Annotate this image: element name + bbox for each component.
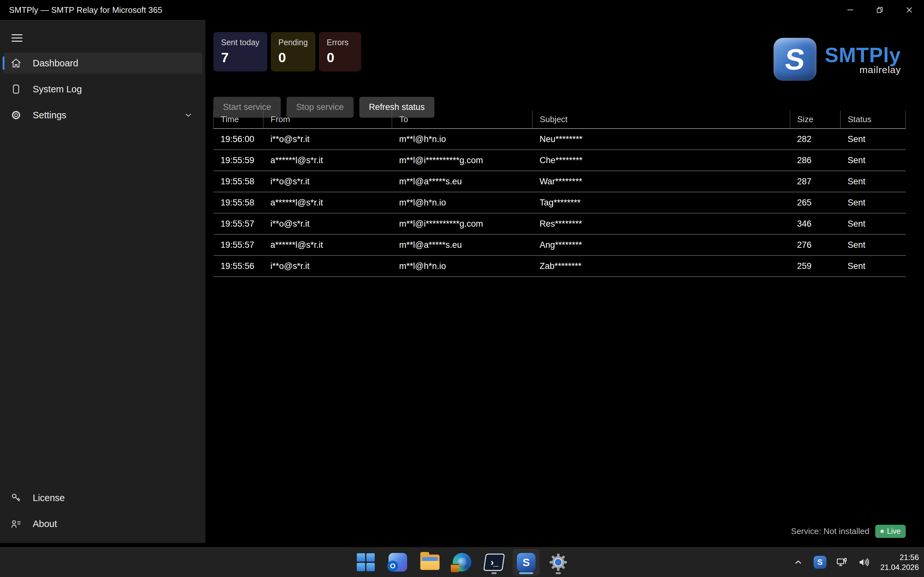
chevron-down-icon: [184, 110, 193, 120]
table-cell: 19:55:57: [214, 234, 263, 255]
sidebar-item-settings[interactable]: Settings: [3, 105, 202, 126]
table-row[interactable]: 19:55:58a******l@s*r.itm**l@h*n.ioTag***…: [214, 192, 906, 213]
start-button[interactable]: [352, 549, 379, 576]
brand-name: SMTPly: [825, 43, 901, 67]
table-row[interactable]: 19:55:58i**o@s*r.itm**l@a*****s.euWar***…: [214, 171, 906, 192]
table-row[interactable]: 19:55:57i**o@s*r.itm**l@i**********g.com…: [214, 213, 906, 234]
table-cell: a******l@s*r.it: [263, 234, 392, 255]
gear-icon: [10, 109, 22, 121]
running-indicator: [556, 572, 561, 574]
brand-text: SMTPly mailrelay: [825, 43, 901, 75]
table-cell: m**l@i**********g.com: [392, 213, 533, 234]
stat-card-errors: Errors 0: [319, 32, 361, 71]
taskbar: ›_ S: [0, 547, 924, 577]
sidebar-item-about[interactable]: About: [3, 513, 202, 534]
column-header[interactable]: To: [392, 111, 533, 129]
windows-settings-button[interactable]: [545, 549, 572, 576]
table-cell: Sent: [841, 192, 906, 213]
sidebar-item-label: Settings: [33, 110, 66, 121]
table-row[interactable]: 19:55:56i**o@s*r.itm**l@h*n.ioZab*******…: [214, 255, 906, 277]
stat-label: Errors: [326, 38, 354, 47]
close-icon: [905, 6, 913, 14]
table-cell: Tag********: [533, 192, 790, 213]
powershell-button[interactable]: ›_: [481, 549, 507, 576]
table-cell: 276: [790, 234, 840, 255]
hamburger-menu-button[interactable]: [8, 30, 26, 45]
sidebar-item-dashboard[interactable]: Dashboard: [3, 53, 202, 74]
stat-cards: Sent today 7 Pending 0 Errors 0: [213, 32, 361, 71]
table-cell: 19:55:58: [214, 171, 263, 192]
window-controls: [835, 0, 924, 20]
service-status-text: Service: Not installed: [791, 526, 869, 536]
table-cell: Sent: [841, 213, 906, 234]
file-explorer-icon: [420, 554, 439, 570]
table-cell: 19:55:59: [214, 150, 263, 171]
speaker-icon: [858, 556, 870, 568]
network-tray-button[interactable]: [835, 555, 849, 569]
stat-label: Sent today: [221, 38, 260, 47]
close-button[interactable]: [895, 0, 924, 20]
column-header[interactable]: Time: [214, 111, 263, 129]
stat-value: 0: [278, 50, 308, 65]
table-cell: m**l@h*n.io: [392, 129, 533, 150]
document-icon: [10, 83, 22, 95]
restore-button[interactable]: [865, 0, 895, 20]
column-header[interactable]: Subject: [533, 111, 790, 129]
table-cell: Sent: [841, 171, 906, 192]
stat-card-sent-today: Sent today 7: [213, 32, 267, 71]
system-tray: S 21:56 21.04.2026: [791, 547, 919, 577]
stat-label: Pending: [278, 38, 308, 47]
outlook-button[interactable]: [384, 549, 411, 576]
table-cell: Neu********: [533, 129, 790, 150]
smtply-icon: S: [517, 553, 535, 572]
table-cell: Res********: [533, 213, 790, 234]
active-indicator: [519, 572, 533, 574]
table-cell: Sent: [841, 129, 906, 150]
running-indicator: [491, 572, 497, 574]
table-cell: 19:55:56: [214, 255, 263, 277]
sidebar-item-label: License: [33, 493, 65, 503]
sidebar-nav: Dashboard System Log: [0, 53, 205, 131]
edge-button[interactable]: [449, 549, 475, 576]
table-cell: 346: [790, 213, 840, 234]
table-cell: 19:56:00: [214, 129, 263, 150]
minimize-icon: [846, 6, 855, 14]
smtply-taskbar-button[interactable]: S: [513, 549, 540, 576]
table-cell: i**o@s*r.it: [263, 171, 392, 192]
stat-card-pending: Pending 0: [271, 32, 316, 71]
table-cell: 282: [790, 129, 840, 150]
table-cell: m**l@a*****s.eu: [392, 234, 533, 255]
titlebar: SMTPly — SMTP Relay for Microsoft 365: [0, 0, 924, 20]
table-cell: a******l@s*r.it: [263, 192, 392, 213]
table-cell: i**o@s*r.it: [263, 129, 392, 150]
minimize-button[interactable]: [835, 0, 865, 20]
table-row[interactable]: 19:55:59a******l@s*r.itm**l@i**********g…: [214, 150, 906, 171]
key-icon: [10, 492, 22, 504]
smtply-logo-icon: S: [774, 38, 817, 81]
stat-value: 0: [326, 50, 354, 65]
clock-time: 21:56: [880, 552, 919, 562]
taskbar-clock[interactable]: 21:56 21.04.2026: [880, 552, 919, 572]
table-cell: 19:55:58: [214, 192, 263, 213]
status-line: Service: Not installed Live: [791, 525, 906, 538]
sidebar-item-label: System Log: [33, 84, 82, 95]
smtply-tray-button[interactable]: S: [813, 555, 827, 569]
table-cell: a******l@s*r.it: [263, 150, 392, 171]
windows-settings-icon: [549, 553, 568, 572]
volume-tray-button[interactable]: [857, 555, 871, 569]
column-header[interactable]: From: [263, 111, 392, 129]
table-row[interactable]: 19:56:00i**o@s*r.itm**l@h*n.ioNeu*******…: [214, 129, 906, 150]
clock-date: 21.04.2026: [880, 562, 919, 572]
mail-log-table: TimeFromToSubjectSizeStatus 19:56:00i**o…: [213, 111, 906, 277]
column-header[interactable]: Size: [790, 111, 840, 129]
file-explorer-button[interactable]: [417, 549, 443, 576]
table-row[interactable]: 19:55:57a******l@s*r.itm**l@a*****s.euAn…: [214, 234, 906, 255]
sidebar: Dashboard System Log: [0, 20, 205, 543]
sidebar-item-license[interactable]: License: [3, 487, 202, 508]
table-cell: m**l@h*n.io: [392, 255, 533, 277]
tray-chevron-up-button[interactable]: [791, 555, 805, 569]
powershell-icon: ›_: [483, 554, 505, 571]
sidebar-item-system-log[interactable]: System Log: [3, 79, 202, 100]
column-header[interactable]: Status: [841, 111, 906, 129]
table-cell: Sent: [841, 150, 906, 171]
